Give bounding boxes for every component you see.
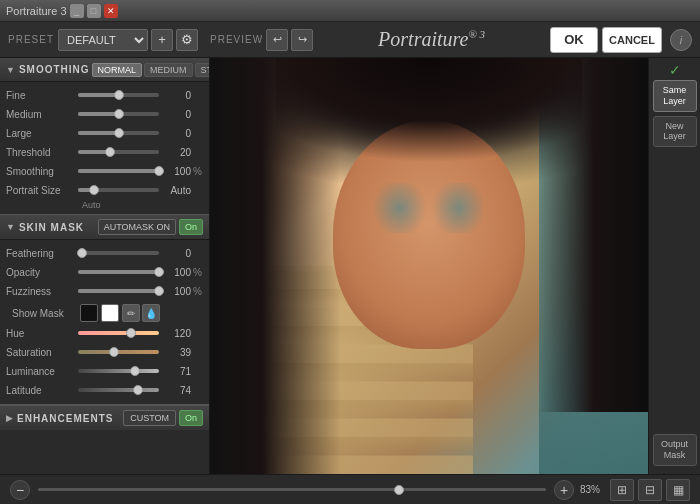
- cancel-button[interactable]: CANCEL: [602, 27, 662, 53]
- saturation-label: Saturation: [6, 347, 74, 358]
- automask-button[interactable]: AUTOMASK ON: [98, 219, 176, 235]
- enhancements-header[interactable]: ▶ ENHANCEMENTS CUSTOM On: [0, 404, 209, 430]
- enhancements-arrow: ▶: [6, 413, 13, 423]
- normal-button[interactable]: NORMAL: [92, 63, 143, 77]
- minimize-button[interactable]: _: [70, 4, 84, 18]
- smoothing-sliders: Fine 0 Medium 0 Large: [0, 82, 209, 214]
- left-panel: ▼ SMOOTHING NORMAL MEDIUM STRONG Fine 0 …: [0, 58, 210, 474]
- close-button[interactable]: ✕: [104, 4, 118, 18]
- output-mask-button[interactable]: Output Mask: [653, 434, 697, 466]
- compare-button[interactable]: ⊟: [638, 479, 662, 501]
- skin-mask-title: SKIN MASK: [19, 222, 92, 233]
- same-layer-button[interactable]: Same Layer: [653, 80, 697, 112]
- histogram-button[interactable]: ▦: [666, 479, 690, 501]
- smoothing-slider-row: Smoothing 100 %: [6, 162, 203, 180]
- bottom-bar: − + 83% ⊞ ⊟ ▦: [0, 474, 700, 504]
- skin-mask-arrow: ▼: [6, 222, 15, 232]
- threshold-label: Threshold: [6, 147, 74, 158]
- preset-label: PRESET: [8, 34, 54, 45]
- skin-mask-sliders: Feathering 0 Opacity 100 % Fu: [0, 240, 209, 404]
- info-button[interactable]: i: [670, 29, 692, 51]
- hue-label: Hue: [6, 328, 74, 339]
- eyedropper-tool-button[interactable]: 💧: [142, 304, 160, 322]
- app-title: Portraiture® 3: [313, 28, 550, 51]
- opacity-slider-row: Opacity 100 %: [6, 263, 203, 281]
- fine-value: 0: [163, 90, 191, 101]
- luminance-value: 71: [163, 366, 191, 377]
- portrait-size-track[interactable]: [78, 188, 159, 192]
- opacity-track[interactable]: [78, 270, 159, 274]
- portrait-size-slider-row: Portrait Size Auto: [6, 181, 203, 199]
- fuzziness-track[interactable]: [78, 289, 159, 293]
- skin-mask-on-button[interactable]: On: [179, 219, 203, 235]
- white-swatch[interactable]: [101, 304, 119, 322]
- large-track[interactable]: [78, 131, 159, 135]
- luminance-label: Luminance: [6, 366, 74, 377]
- add-preset-button[interactable]: +: [151, 29, 173, 51]
- preview-image: [210, 58, 648, 474]
- smoothing-value: 100: [163, 166, 191, 177]
- fine-slider-row: Fine 0: [6, 86, 203, 104]
- large-label: Large: [6, 128, 74, 139]
- opacity-value: 100: [163, 267, 191, 278]
- medium-button[interactable]: MEDIUM: [144, 63, 193, 77]
- large-value: 0: [163, 128, 191, 139]
- redo-button[interactable]: ↪: [291, 29, 313, 51]
- saturation-track[interactable]: [78, 350, 159, 354]
- feathering-label: Feathering: [6, 248, 74, 259]
- smoothing-arrow: ▼: [6, 65, 15, 75]
- fine-track[interactable]: [78, 93, 159, 97]
- medium-track[interactable]: [78, 112, 159, 116]
- luminance-track[interactable]: [78, 369, 159, 373]
- zoom-out-button[interactable]: −: [10, 480, 30, 500]
- enhancements-title: ENHANCEMENTS: [17, 413, 117, 424]
- strong-button[interactable]: STRONG: [195, 63, 210, 77]
- hue-slider-row: Hue 120: [6, 324, 203, 342]
- zoom-slider[interactable]: [38, 488, 546, 491]
- smoothing-header[interactable]: ▼ SMOOTHING NORMAL MEDIUM STRONG: [0, 58, 209, 82]
- ok-button[interactable]: OK: [550, 27, 598, 53]
- feathering-track[interactable]: [78, 251, 159, 255]
- grid-view-button[interactable]: ⊞: [610, 479, 634, 501]
- threshold-slider-row: Threshold 20: [6, 143, 203, 161]
- luminance-slider-row: Luminance 71: [6, 362, 203, 380]
- threshold-value: 20: [163, 147, 191, 158]
- custom-button[interactable]: CUSTOM: [123, 410, 176, 426]
- bottom-icons: ⊞ ⊟ ▦: [610, 479, 690, 501]
- saturation-value: 39: [163, 347, 191, 358]
- saturation-slider-row: Saturation 39: [6, 343, 203, 361]
- preview-label: PREVIEW: [210, 34, 263, 45]
- latitude-slider-row: Latitude 74: [6, 381, 203, 399]
- maximize-button[interactable]: □: [87, 4, 101, 18]
- portrait-background: [210, 58, 648, 474]
- large-slider-row: Large 0: [6, 124, 203, 142]
- opacity-label: Opacity: [6, 267, 74, 278]
- settings-button[interactable]: ⚙: [176, 29, 198, 51]
- hue-value: 120: [163, 328, 191, 339]
- undo-button[interactable]: ↩: [266, 29, 288, 51]
- show-mask-label: Show Mask: [12, 308, 80, 319]
- preview-area: [210, 58, 648, 474]
- portrait-size-auto-label: Auto: [82, 200, 203, 210]
- portrait-size-value: Auto: [163, 185, 191, 196]
- smoothing-title: SMOOTHING: [19, 64, 90, 75]
- smoothing-track[interactable]: [78, 169, 159, 173]
- latitude-track[interactable]: [78, 388, 159, 392]
- threshold-track[interactable]: [78, 150, 159, 154]
- portrait-size-label: Portrait Size: [6, 185, 74, 196]
- preset-select[interactable]: DEFAULT: [58, 29, 148, 51]
- hue-track[interactable]: [78, 331, 159, 335]
- latitude-value: 74: [163, 385, 191, 396]
- show-mask-row: Show Mask ✏ 💧: [6, 302, 203, 324]
- skin-mask-header[interactable]: ▼ SKIN MASK AUTOMASK ON On: [0, 214, 209, 240]
- zoom-in-button[interactable]: +: [554, 480, 574, 500]
- new-layer-button[interactable]: New Layer: [653, 116, 697, 148]
- fine-label: Fine: [6, 90, 74, 101]
- feathering-slider-row: Feathering 0: [6, 244, 203, 262]
- brush-tool-button[interactable]: ✏: [122, 304, 140, 322]
- feathering-value: 0: [163, 248, 191, 259]
- medium-slider-row: Medium 0: [6, 105, 203, 123]
- enhancements-on-button[interactable]: On: [179, 410, 203, 426]
- black-swatch[interactable]: [80, 304, 98, 322]
- smoothing-label: Smoothing: [6, 166, 74, 177]
